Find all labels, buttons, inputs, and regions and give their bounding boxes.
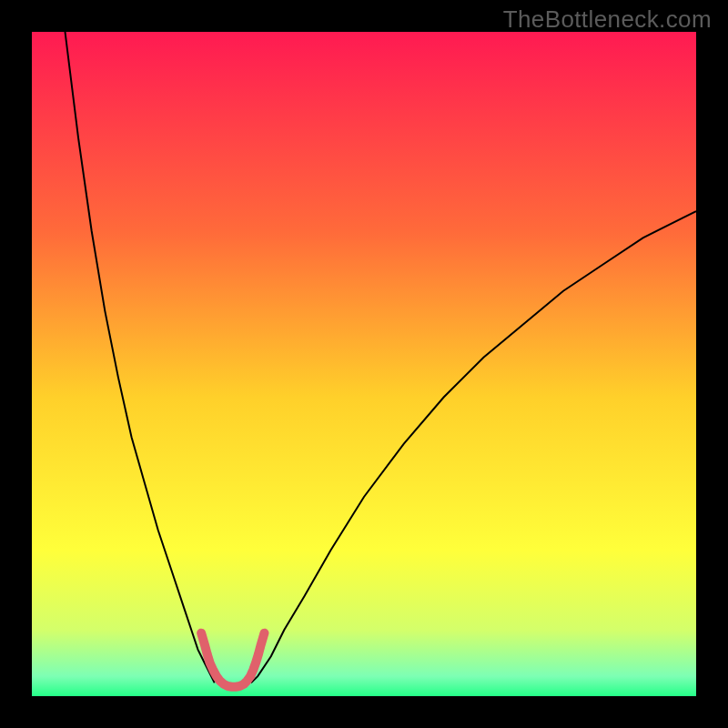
plot-background [32,32,696,696]
watermark-text: TheBottleneck.com [503,5,712,34]
bottleneck-chart [32,32,696,696]
chart-container: TheBottleneck.com [0,0,728,728]
